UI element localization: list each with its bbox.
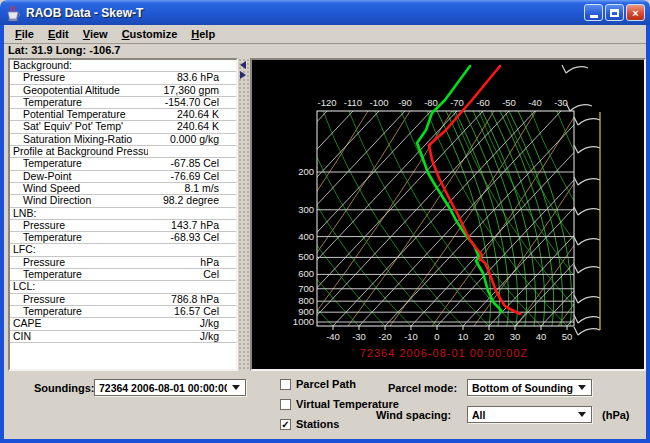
menu-item-help[interactable]: Help bbox=[184, 26, 222, 42]
table-row[interactable]: LFC: bbox=[10, 244, 236, 256]
row-label: CAPE bbox=[10, 318, 148, 329]
row-label: LNB: bbox=[10, 208, 148, 219]
table-row[interactable]: Temperature-68.93 Cel bbox=[10, 232, 236, 244]
table-row[interactable]: PressurehPa bbox=[10, 257, 236, 269]
window-border-right bbox=[646, 25, 650, 443]
chevron-down-icon bbox=[232, 385, 240, 390]
checkbox-box[interactable]: ✓ bbox=[280, 419, 291, 430]
table-row[interactable]: Wind Direction98.2 degree bbox=[10, 195, 236, 207]
checkbox-stations[interactable]: ✓Stations bbox=[280, 418, 339, 430]
row-label: Geopotential Altitude bbox=[10, 85, 148, 96]
wind-spacing-dropdown[interactable]: All bbox=[467, 406, 592, 423]
row-label: Background: bbox=[10, 60, 148, 71]
checkbox-label: Stations bbox=[296, 418, 339, 430]
row-value: 143.7 hPa bbox=[148, 220, 236, 231]
table-row[interactable]: LCL: bbox=[10, 281, 236, 293]
row-value bbox=[148, 146, 236, 157]
row-value: Cel bbox=[148, 269, 236, 280]
row-label: Temperature bbox=[10, 97, 148, 108]
row-label: Pressure bbox=[10, 294, 148, 305]
row-value: 240.64 K bbox=[148, 121, 236, 132]
menu-item-customize[interactable]: Customize bbox=[115, 26, 185, 42]
svg-text:700: 700 bbox=[298, 283, 314, 294]
row-label: Pressure bbox=[10, 72, 148, 83]
row-label: Pressure bbox=[10, 220, 148, 231]
svg-text:10: 10 bbox=[458, 331, 469, 342]
title-bar[interactable]: RAOB Data - Skew-T × bbox=[0, 0, 650, 25]
maximize-button[interactable] bbox=[605, 4, 624, 21]
row-value: 240.64 K bbox=[148, 109, 236, 120]
table-row[interactable]: CINJ/kg bbox=[10, 331, 236, 343]
collapse-left-icon[interactable] bbox=[240, 61, 246, 69]
java-coffee-cup-icon bbox=[5, 5, 21, 21]
table-row[interactable]: LNB: bbox=[10, 208, 236, 220]
row-label: Wind Direction bbox=[10, 195, 148, 206]
svg-text:400: 400 bbox=[298, 231, 314, 242]
row-label: Temperature bbox=[10, 306, 148, 317]
minimize-button[interactable] bbox=[584, 4, 603, 21]
window-border-bottom bbox=[0, 439, 650, 443]
soundings-dropdown[interactable]: 72364 2006-08-01 00:00:00Z bbox=[94, 379, 246, 396]
row-label: LFC: bbox=[10, 244, 148, 255]
table-row[interactable]: Pressure83.6 hPa bbox=[10, 72, 236, 84]
svg-text:-40: -40 bbox=[326, 331, 340, 342]
svg-text:-90: -90 bbox=[398, 97, 412, 108]
row-value: 0.000 g/kg bbox=[148, 134, 236, 145]
svg-text:-120: -120 bbox=[317, 97, 336, 108]
row-label: Sat' Equiv' Pot' Temp' bbox=[10, 121, 148, 132]
menu-item-view[interactable]: View bbox=[76, 26, 115, 42]
row-value bbox=[148, 281, 236, 292]
svg-text:300: 300 bbox=[298, 204, 314, 215]
row-label: Potential Temperature bbox=[10, 109, 148, 120]
close-button[interactable]: × bbox=[626, 4, 645, 21]
skewt-chart-panel[interactable]: 2003004005006007008009001000-120-110-100… bbox=[250, 58, 646, 371]
window-border-left bbox=[0, 25, 4, 443]
wind-spacing-unit: (hPa) bbox=[602, 409, 630, 421]
svg-text:500: 500 bbox=[298, 251, 314, 262]
chevron-down-icon bbox=[578, 385, 586, 390]
menu-item-edit[interactable]: Edit bbox=[41, 26, 76, 42]
svg-text:-50: -50 bbox=[502, 97, 516, 108]
row-value: 16.57 Cel bbox=[148, 306, 236, 317]
table-row[interactable]: CAPEJ/kg bbox=[10, 318, 236, 330]
window-title: RAOB Data - Skew-T bbox=[26, 6, 582, 20]
row-label: Temperature bbox=[10, 158, 148, 169]
checkbox-label: Parcel Path bbox=[296, 378, 356, 390]
table-row[interactable]: Temperature-67.85 Cel bbox=[10, 158, 236, 170]
svg-text:40: 40 bbox=[536, 331, 547, 342]
table-row[interactable]: TemperatureCel bbox=[10, 269, 236, 281]
svg-text:50: 50 bbox=[562, 331, 573, 342]
table-row[interactable]: Saturation Mixing-Ratio0.000 g/kg bbox=[10, 134, 236, 146]
latlong-text: Lat: 31.9 Long: -106.7 bbox=[8, 44, 120, 56]
checkbox-box[interactable] bbox=[280, 399, 291, 410]
table-row[interactable]: Sat' Equiv' Pot' Temp'240.64 K bbox=[10, 121, 236, 133]
splitpane-divider[interactable] bbox=[238, 58, 250, 371]
row-label: Temperature bbox=[10, 232, 148, 243]
svg-text:20: 20 bbox=[484, 331, 495, 342]
skewt-chart: 2003004005006007008009001000-120-110-100… bbox=[252, 60, 644, 369]
row-value: 83.6 hPa bbox=[148, 72, 236, 83]
controls-panel: Soundings: 72364 2006-08-01 00:00:00Z Pa… bbox=[4, 371, 646, 439]
parcel-mode-dropdown[interactable]: Bottom of Sounding bbox=[467, 379, 592, 396]
svg-text:200: 200 bbox=[298, 166, 314, 177]
wind-spacing-label: Wind spacing: bbox=[376, 409, 451, 421]
row-label: Dew-Point bbox=[10, 171, 148, 182]
menu-item-file[interactable]: File bbox=[8, 26, 41, 42]
latlong-bar: Lat: 31.9 Long: -106.7 bbox=[4, 44, 646, 58]
row-label: Wind Speed bbox=[10, 183, 148, 194]
collapse-right-icon[interactable] bbox=[240, 71, 246, 79]
svg-text:-110: -110 bbox=[344, 97, 362, 108]
row-label: Temperature bbox=[10, 269, 148, 280]
row-value: -67.85 Cel bbox=[148, 158, 236, 169]
row-value: -154.70 Cel bbox=[148, 97, 236, 108]
row-value bbox=[148, 244, 236, 255]
checkbox-parcel-path[interactable]: Parcel Path bbox=[280, 378, 356, 390]
row-value: 17,360 gpm bbox=[148, 85, 236, 96]
row-label: LCL: bbox=[10, 281, 148, 292]
row-value: 786.8 hPa bbox=[148, 294, 236, 305]
svg-text:-30: -30 bbox=[554, 97, 568, 108]
svg-text:-20: -20 bbox=[378, 331, 392, 342]
svg-text:-100: -100 bbox=[369, 97, 388, 108]
row-value: J/kg bbox=[148, 318, 236, 329]
checkbox-box[interactable] bbox=[280, 379, 291, 390]
